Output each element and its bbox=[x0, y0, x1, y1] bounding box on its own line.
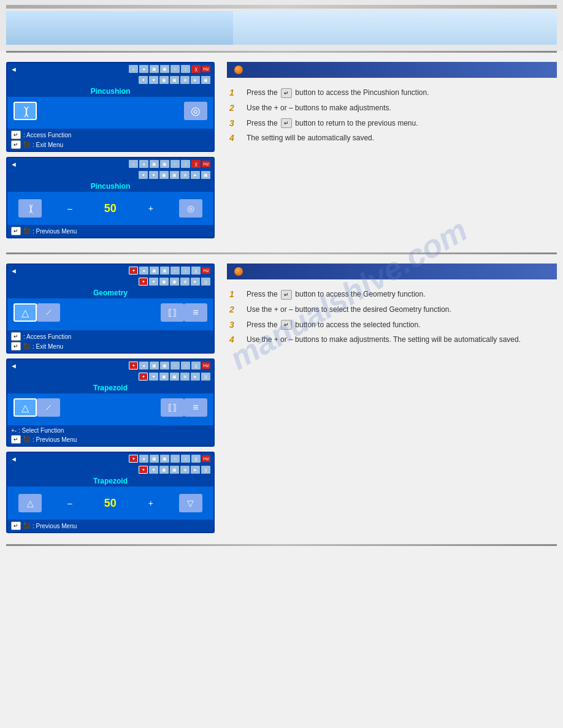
osd-trap2-footer: ↵ ⬛ : Previous Menu bbox=[7, 520, 213, 532]
section1-step4-num: 4 bbox=[229, 133, 240, 143]
osd-trap2-ti2-7: )( bbox=[201, 466, 210, 474]
osd-geo1-main-icons: △ ⟋ ⟦⟧ ≡ bbox=[13, 303, 207, 322]
section2-step3-num: 3 bbox=[229, 320, 240, 330]
osd-geo1-icon2: ⟋ bbox=[37, 303, 60, 322]
section1-step4-text: The setting will be automatically saved. bbox=[247, 133, 554, 143]
osd2-ti2-play: ► bbox=[191, 171, 200, 179]
osd-trap2-ti4: ▣ bbox=[160, 455, 169, 463]
osd-trapezoid-value: ◄ ✦ ● ▣ ▣ ↔ ↕ )( Hz ✦ ♥ ▣ bbox=[6, 452, 215, 533]
osd-trap1-ti2-3: ▣ bbox=[159, 373, 169, 381]
osd-geo1-hz: Hz bbox=[202, 267, 210, 274]
section1-step2-text: Use the + or – buttons to make adjustmen… bbox=[247, 103, 554, 113]
osd-geo1-toolbar-row1: ✦ ● ▣ ▣ ↔ ↕ )( Hz bbox=[129, 267, 210, 275]
section1-step1: 1 Press the ↵ button to access the Pincu… bbox=[227, 88, 557, 98]
osd1-title: Pincushion bbox=[7, 86, 213, 97]
osd-geo1-footer-text2: : Exit Menu bbox=[33, 343, 63, 350]
osd-trap1-footer-line1: +- : Select Function bbox=[11, 427, 210, 434]
osd2-footer-line1: ↵ ⬛ : Previous Menu bbox=[11, 226, 210, 236]
ti-horiz: ↔ bbox=[170, 65, 180, 73]
osd-trapezoid-select: ◄ ✦ ● ▣ ▣ ↔ ↕ )( Hz ✦ ♥ ▣ bbox=[6, 358, 215, 447]
osd1-toolbar-icons-row1: ☼ ● ▣ ▣ ↔ ↕ )( Hz bbox=[129, 65, 210, 73]
osd-trap2-hz: Hz bbox=[202, 455, 210, 462]
osd2-title: Pincushion bbox=[7, 181, 213, 192]
osd2-arrow: ◄ bbox=[10, 161, 17, 168]
osd-trap2-ti2-4: ▣ bbox=[170, 466, 179, 474]
osd-geo1-toolbar-row2: ✦ ♥ ▣ ▣ ⊗ ► )( bbox=[139, 278, 210, 286]
osd2-toolbar-icons-row2: ✦ ♥ ▣ ▣ ⊗ ► ▣ bbox=[139, 171, 210, 179]
ti-pin-sel: )( bbox=[191, 65, 201, 73]
osd-trap2-ti2-2: ♥ bbox=[149, 466, 158, 474]
osd2-footer-text: : Previous Menu bbox=[33, 228, 77, 235]
osd-trap2-value-row: △ – 50 + ▽ bbox=[13, 491, 207, 515]
osd1-arrow: ◄ bbox=[10, 66, 17, 73]
osd-geo1-arrow: ◄ bbox=[10, 267, 17, 275]
osd-trap1-ti2-2: ♥ bbox=[149, 373, 158, 381]
osd2-ti-pin-sel: )( bbox=[191, 160, 201, 168]
osd1-main-icons: )( ◎ bbox=[13, 102, 207, 120]
ti-sun: ☼ bbox=[129, 65, 138, 73]
section2-right-col: 1 Press the ↵ button to access the Geome… bbox=[227, 264, 557, 538]
osd-trap2-toolbar-row1: ✦ ● ▣ ▣ ↔ ↕ )( Hz bbox=[129, 455, 210, 463]
osd-geo1-footer: ↵ : Access Function ↵ ⬛ : Exit Menu bbox=[7, 330, 213, 352]
osd2-icon-right: ◎ bbox=[179, 199, 202, 218]
osd-trap2-ti5: ↔ bbox=[170, 455, 180, 463]
ti2-b3: ▣ bbox=[201, 76, 210, 84]
osd2-ti2-b3: ▣ bbox=[201, 171, 210, 179]
page-header bbox=[0, 0, 563, 51]
osd-trap2-footer-line1: ↵ ⬛ : Previous Menu bbox=[11, 521, 210, 531]
osd1-toolbar-icons-row2: ✦ ♥ ▣ ▣ ⊗ ► ▣ bbox=[139, 76, 210, 84]
osd-geo1-ti2-5: ⊗ bbox=[180, 278, 190, 286]
osd1-icon-left: )( bbox=[13, 102, 37, 120]
osd1-footer-line1: ↵ : Access Function bbox=[11, 130, 210, 140]
osd-geo1-ti3: ▣ bbox=[150, 267, 159, 275]
section-2: ◄ ✦ ● ▣ ▣ ↔ ↕ )( Hz ✦ ♥ ▣ bbox=[0, 254, 563, 544]
osd-trap1-footer-line2: ↵ ⬛ : Previous Menu bbox=[11, 434, 210, 444]
osd-trap2-ti2-3: ▣ bbox=[159, 466, 169, 474]
osd-trap2-ti2-1: ✦ bbox=[139, 466, 148, 474]
section2-step2-text: Use the + or – buttons to select the des… bbox=[247, 305, 554, 315]
osd-trap1-icon3: ⟦⟧ bbox=[161, 398, 184, 417]
section2-step3-text: Press the ↵ button to access the selecte… bbox=[247, 320, 554, 330]
osd-trap2-icon-left: △ bbox=[18, 494, 42, 512]
section2-step2-num: 2 bbox=[229, 305, 240, 314]
section1-orange-dot bbox=[234, 66, 243, 74]
section1-step2-num: 2 bbox=[229, 103, 240, 113]
osd2-footer: ↵ ⬛ : Previous Menu bbox=[7, 225, 213, 237]
ti2-heart: ♥ bbox=[149, 76, 158, 84]
osd1-key2: ↵ bbox=[11, 140, 21, 149]
osd-trap1-title: Trapezoid bbox=[7, 382, 213, 393]
osd-geo1-icon1: △ bbox=[13, 303, 37, 322]
osd-trap1-ti2-7: )( bbox=[201, 373, 210, 381]
ti2-star: ✦ bbox=[139, 76, 148, 84]
osd-trap1-icon1: △ bbox=[13, 398, 37, 417]
ti2-b2: ▣ bbox=[170, 76, 179, 84]
ti-vert: ↕ bbox=[181, 65, 190, 73]
osd-geo1-ti4: ▣ bbox=[160, 267, 169, 275]
osd-trap1-ti1: ✦ bbox=[129, 362, 138, 370]
ti2-x: ⊗ bbox=[180, 76, 190, 84]
osd-trap1-ti2-6: ► bbox=[191, 373, 200, 381]
osd-geo1-icon3: ⟦⟧ bbox=[161, 303, 184, 322]
osd2-ti-box1: ▣ bbox=[150, 160, 159, 168]
section2-step1: 1 Press the ↵ button to access the Geome… bbox=[227, 289, 557, 300]
osd-trap1-icon4: ≡ bbox=[184, 398, 207, 417]
osd-geo1-icon4: ≡ bbox=[184, 303, 207, 322]
osd2-value-row: )( – 50 + ◎ bbox=[13, 197, 207, 220]
header-blue-area bbox=[6, 11, 557, 45]
osd2-ti2-x: ⊗ bbox=[180, 171, 190, 179]
osd1-footer-line2: ↵ ⬛ : Exit Menu bbox=[11, 140, 210, 150]
osd1-key1: ↵ bbox=[11, 131, 21, 139]
section1-step4: 4 The setting will be automatically save… bbox=[227, 133, 557, 143]
osd-trap1-ti2-1: ✦ bbox=[139, 373, 148, 381]
osd2-ti-sun: ☼ bbox=[129, 160, 138, 168]
osd-geo1-key1: ↵ bbox=[11, 332, 21, 341]
section2-orange-dot bbox=[234, 267, 243, 276]
osd-trap1-ti3: ▣ bbox=[150, 362, 159, 370]
osd-trap2-ti2: ● bbox=[139, 455, 148, 463]
section2-header-bar bbox=[227, 264, 557, 279]
osd-trap2-toolbar-row2: ✦ ♥ ▣ ▣ ⊗ ► )( bbox=[139, 466, 210, 474]
osd-trap2-value: 50 bbox=[98, 497, 123, 510]
osd-trap1-footer: +- : Select Function ↵ ⬛ : Previous Menu bbox=[7, 425, 213, 446]
osd-geo1-ti7: )( bbox=[191, 267, 201, 275]
osd-trap1-ti2: ● bbox=[139, 362, 148, 370]
